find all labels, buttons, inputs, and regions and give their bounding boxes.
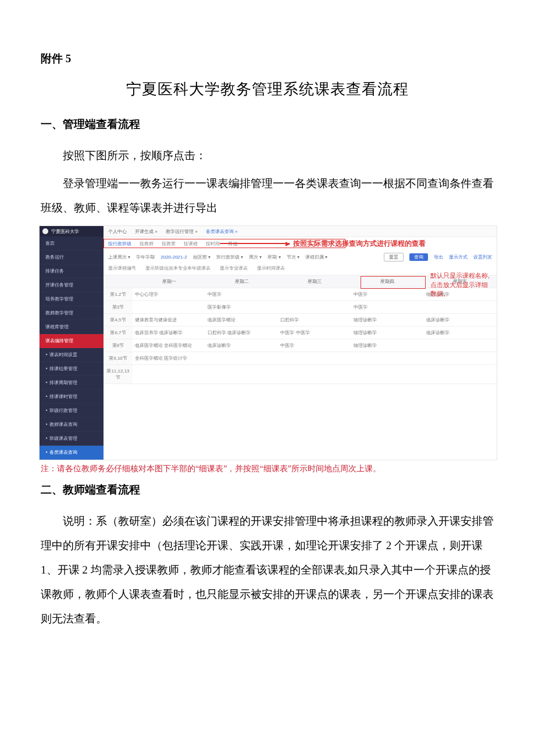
grid-cell[interactable] — [133, 365, 205, 384]
grid-cell[interactable]: 中医学 — [351, 301, 424, 314]
filter-day[interactable]: 星期 ▾ — [268, 254, 280, 260]
sidebar-subitem[interactable]: ‣ 班级课表管理 — [40, 432, 104, 446]
grid-cell[interactable]: 临床诊断学 — [424, 314, 497, 327]
sidebar-subitem[interactable]: ‣ 排课课时管理 — [40, 390, 104, 404]
grid-cell[interactable]: 中医学 中医学 — [278, 327, 351, 339]
red-arrow-line — [220, 243, 290, 244]
red-tip-text: 默认只显示课程名称, 点击放大后显示详细 数据。 — [430, 271, 494, 298]
filter-week[interactable]: 上课周次 ▾ — [108, 254, 130, 260]
grid-cell[interactable] — [424, 365, 497, 384]
filter-zhou[interactable]: 周次 ▾ — [249, 254, 262, 260]
filter-owner[interactable]: 课程归属 ▾ — [305, 254, 327, 260]
topbar-item[interactable]: 个人中心 — [108, 228, 127, 235]
grid-cell[interactable]: 临床医学概论 全科医学概论 — [133, 339, 205, 352]
topbar-item[interactable]: 开课生成 × — [135, 228, 158, 235]
sidebar-item[interactable]: 培养教学管理 — [40, 292, 104, 306]
page-title: 宁夏医科大学教务管理系统课表查看流程 — [41, 79, 494, 99]
reset-button[interactable]: 重置 — [384, 253, 404, 261]
display-opt[interactable]: 显示班级信息本专业本年级课表 — [145, 265, 211, 271]
grid-cell[interactable] — [278, 288, 351, 301]
export-link[interactable]: 导出 — [434, 254, 443, 260]
grid-cell[interactable]: 健康教育与健康促进 — [133, 314, 205, 327]
display-opt[interactable]: 显示时间课表 — [257, 265, 285, 271]
grid-cell[interactable]: 中医学 — [205, 288, 278, 301]
sidebar-item[interactable]: 课程库管理 — [40, 320, 104, 334]
tip-line: 点击放大后显示详细 — [430, 281, 494, 289]
grid-header — [104, 275, 133, 288]
sidebar-item-schedule-query[interactable]: ‣ 各类课表查询 — [40, 446, 104, 460]
grid-cell[interactable] — [278, 301, 351, 314]
grid-cell[interactable]: 临床医学概论 — [205, 314, 278, 327]
grid-row-label: 第11,12,13节 — [104, 365, 133, 384]
grid-cell[interactable] — [424, 301, 497, 314]
grid-cell[interactable]: 口腔科学 — [278, 314, 351, 327]
filter-term-label: 学年学期 — [136, 254, 155, 260]
grid-cell[interactable]: 临床诊断学 — [205, 339, 278, 352]
grid-header: 星期一 — [133, 275, 205, 288]
sidebar-subitem[interactable]: ‣ 排课结果管理 — [40, 362, 104, 376]
sidebar-subitem[interactable]: ‣ 课表时间设置 — [40, 348, 104, 362]
grid-cell[interactable] — [424, 339, 497, 352]
display-opt[interactable]: 显示课程编号 — [108, 265, 136, 271]
grid-cell[interactable]: 全科医学概论 医学统计学 — [133, 352, 205, 365]
tab-by-time[interactable]: 按时间 — [206, 241, 220, 247]
col-width-link[interactable]: 设置列宽 — [473, 254, 492, 260]
grid-cell[interactable]: 中心心理学 — [133, 288, 205, 301]
grid-cell[interactable]: 医学影像学 — [205, 301, 278, 314]
logo-icon — [42, 228, 48, 234]
tip-line: 默认只显示课程名称, — [430, 271, 494, 280]
grid-cell[interactable] — [205, 365, 278, 384]
grid-cell[interactable] — [205, 352, 278, 365]
grid-cell[interactable]: 物理诊断学 — [351, 339, 424, 352]
grid-row-label: 第6,7节 — [104, 327, 133, 339]
sidebar-item[interactable]: 教务运行 — [40, 250, 104, 264]
sidebar-item[interactable]: 教师教学管理 — [40, 306, 104, 320]
grid-cell[interactable]: 中医学 — [278, 339, 351, 352]
grid-cell[interactable] — [278, 352, 351, 365]
grid-row-label: 第1,2节 — [104, 288, 133, 301]
filter-section[interactable]: 节次 ▾ — [287, 254, 299, 260]
topbar-item[interactable]: 教学运行管理 × — [166, 228, 198, 235]
screenshot-footnote: 注：请各位教师务必仔细核对本图下半部的“细课表”，并按照“细课表”所示时间地点周… — [41, 464, 494, 474]
grid-cell[interactable]: 物理诊断学 — [351, 327, 424, 339]
top-breadcrumb: 个人中心 开课生成 × 教学运行管理 × 各类课表查询 × — [104, 226, 497, 237]
grid-cell[interactable]: 临床营养学 临床诊断学 — [133, 327, 205, 339]
grid-cell[interactable] — [278, 365, 351, 384]
query-button[interactable]: 查询 — [409, 253, 428, 261]
grid-cell[interactable]: 中医学 — [351, 288, 424, 301]
grid-row-label: 第4,5节 — [104, 314, 133, 327]
sidebar-item-schedule-mgmt[interactable]: 课表编排管理 — [40, 334, 104, 348]
section-2-para-1: 说明：系（教研室）必须在该门课程的开课安排管理中将承担课程的教师录入开课安排管理… — [41, 509, 494, 630]
grid-row-label: 第9,10节 — [104, 352, 133, 365]
grid-cell[interactable] — [424, 352, 497, 365]
display-opt[interactable]: 显示专业课表 — [220, 265, 248, 271]
filter-campus[interactable]: 校区部 ▾ — [193, 254, 211, 260]
display-mode-link[interactable]: 显示方式 — [449, 254, 468, 260]
tab-by-class[interactable]: 按行政班级 — [108, 241, 131, 247]
tab-by-room[interactable]: 按教室 — [162, 241, 176, 247]
grid-cell[interactable]: 物理诊断学 — [351, 314, 424, 327]
grid-cell[interactable] — [133, 301, 205, 314]
grid-cell[interactable]: 临床诊断学 — [424, 327, 497, 339]
screenshot-main: 个人中心 开课生成 × 教学运行管理 × 各类课表查询 × 按行政班级 按教师 … — [104, 226, 497, 460]
tab-by-teacher[interactable]: 按教师 — [140, 241, 154, 247]
filter-term-value[interactable]: 2020-2021-2 — [160, 255, 187, 260]
grid-row-label: 第3节 — [104, 301, 133, 314]
sidebar-subitem[interactable]: ‣ 班级行政管理 — [40, 404, 104, 418]
embedded-screenshot: 宁夏医科大学 首页 教务运行 排课任务 开课任务管理 培养教学管理 教师教学管理… — [39, 225, 497, 460]
grid-cell[interactable]: 口腔科学 临床诊断学 — [205, 327, 278, 339]
grid-cell[interactable] — [351, 365, 424, 384]
topbar-item-active[interactable]: 各类课表查询 × — [206, 228, 238, 235]
sidebar-subitem[interactable]: ‣ 教师课表查询 — [40, 418, 104, 432]
sidebar-item[interactable]: 首页 — [40, 237, 104, 250]
red-arrow-label: 按照实际需求选择查询方式进行课程的查看 — [293, 239, 426, 249]
filter-class[interactable]: 班行政班级 ▾ — [216, 254, 243, 260]
tip-line: 数据。 — [430, 289, 494, 298]
section-1-heading: 一、管理端查看流程 — [41, 117, 494, 132]
sidebar-subitem[interactable]: ‣ 排课周期管理 — [40, 376, 104, 390]
sidebar-item[interactable]: 排课任务 — [40, 264, 104, 278]
sidebar-item[interactable]: 开课任务管理 — [40, 278, 104, 292]
grid-cell[interactable] — [351, 352, 424, 365]
attachment-label: 附件 5 — [41, 51, 494, 66]
tab-by-course[interactable]: 按课程 — [184, 241, 198, 247]
